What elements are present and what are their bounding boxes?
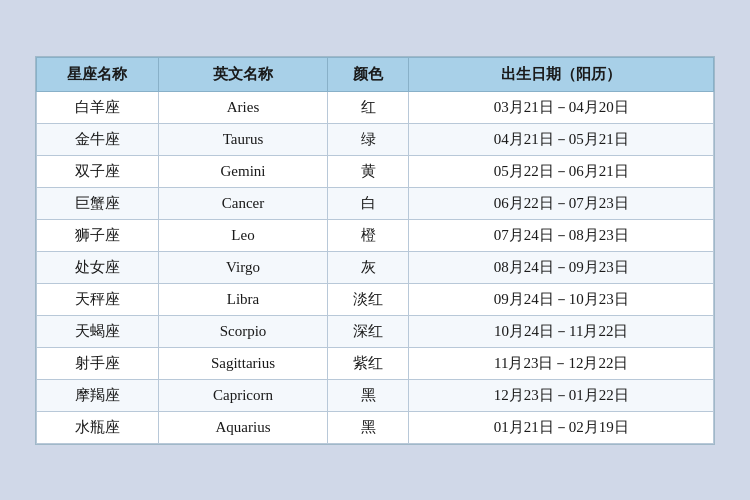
cell-en-name: Leo [158,219,327,251]
cell-date: 10月24日－11月22日 [409,315,714,347]
table-header-row: 星座名称 英文名称 颜色 出生日期（阳历） [37,57,714,91]
cell-color: 紫红 [328,347,409,379]
cell-zh-name: 天蝎座 [37,315,159,347]
zodiac-table-wrapper: 星座名称 英文名称 颜色 出生日期（阳历） 白羊座Aries红03月21日－04… [35,56,715,445]
cell-zh-name: 天秤座 [37,283,159,315]
table-row: 摩羯座Capricorn黑12月23日－01月22日 [37,379,714,411]
cell-color: 白 [328,187,409,219]
header-color: 颜色 [328,57,409,91]
cell-en-name: Aries [158,91,327,123]
cell-en-name: Sagittarius [158,347,327,379]
cell-color: 灰 [328,251,409,283]
cell-zh-name: 白羊座 [37,91,159,123]
cell-color: 黑 [328,411,409,443]
header-date: 出生日期（阳历） [409,57,714,91]
cell-color: 绿 [328,123,409,155]
cell-zh-name: 摩羯座 [37,379,159,411]
cell-color: 黄 [328,155,409,187]
cell-date: 09月24日－10月23日 [409,283,714,315]
table-row: 水瓶座Aquarius黑01月21日－02月19日 [37,411,714,443]
header-en-name: 英文名称 [158,57,327,91]
cell-date: 11月23日－12月22日 [409,347,714,379]
cell-en-name: Cancer [158,187,327,219]
table-row: 射手座Sagittarius紫红11月23日－12月22日 [37,347,714,379]
cell-date: 01月21日－02月19日 [409,411,714,443]
cell-date: 06月22日－07月23日 [409,187,714,219]
cell-en-name: Aquarius [158,411,327,443]
table-row: 白羊座Aries红03月21日－04月20日 [37,91,714,123]
table-row: 处女座Virgo灰08月24日－09月23日 [37,251,714,283]
cell-date: 05月22日－06月21日 [409,155,714,187]
cell-en-name: Virgo [158,251,327,283]
cell-zh-name: 狮子座 [37,219,159,251]
cell-date: 07月24日－08月23日 [409,219,714,251]
cell-zh-name: 水瓶座 [37,411,159,443]
cell-color: 黑 [328,379,409,411]
cell-en-name: Capricorn [158,379,327,411]
table-row: 金牛座Taurus绿04月21日－05月21日 [37,123,714,155]
cell-color: 红 [328,91,409,123]
cell-zh-name: 双子座 [37,155,159,187]
cell-color: 橙 [328,219,409,251]
cell-color: 深红 [328,315,409,347]
cell-zh-name: 处女座 [37,251,159,283]
cell-en-name: Taurus [158,123,327,155]
table-row: 狮子座Leo橙07月24日－08月23日 [37,219,714,251]
cell-zh-name: 金牛座 [37,123,159,155]
table-row: 巨蟹座Cancer白06月22日－07月23日 [37,187,714,219]
cell-date: 03月21日－04月20日 [409,91,714,123]
cell-color: 淡红 [328,283,409,315]
table-row: 天秤座Libra淡红09月24日－10月23日 [37,283,714,315]
cell-zh-name: 射手座 [37,347,159,379]
table-row: 天蝎座Scorpio深红10月24日－11月22日 [37,315,714,347]
cell-zh-name: 巨蟹座 [37,187,159,219]
zodiac-table: 星座名称 英文名称 颜色 出生日期（阳历） 白羊座Aries红03月21日－04… [36,57,714,444]
cell-en-name: Libra [158,283,327,315]
table-row: 双子座Gemini黄05月22日－06月21日 [37,155,714,187]
cell-date: 04月21日－05月21日 [409,123,714,155]
header-zh-name: 星座名称 [37,57,159,91]
cell-date: 08月24日－09月23日 [409,251,714,283]
cell-en-name: Gemini [158,155,327,187]
cell-date: 12月23日－01月22日 [409,379,714,411]
cell-en-name: Scorpio [158,315,327,347]
